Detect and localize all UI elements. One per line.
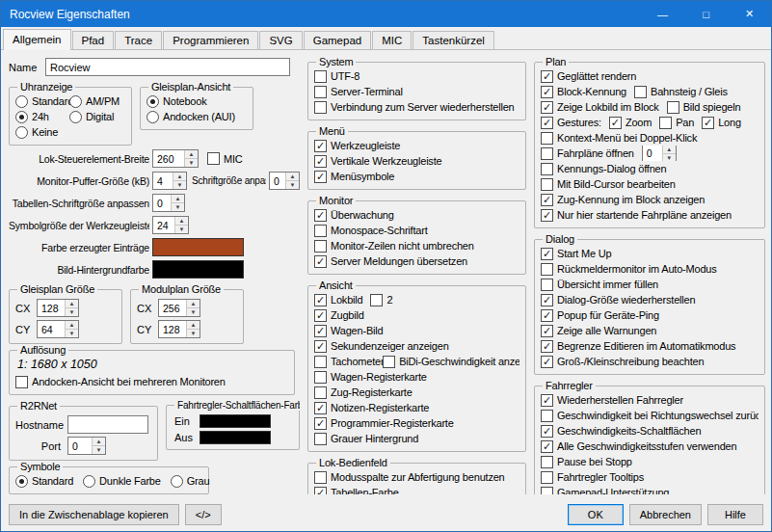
checkbox-modusspalte-zur-abfertigung-benutzen[interactable]: Modusspalte zur Abfertigung benutzen xyxy=(314,471,505,484)
checkbox-tachometer[interactable]: Tachometer xyxy=(314,356,375,368)
checkbox-sekundenzeiger-anzeigen[interactable]: ✓Sekundenzeiger anzeigen xyxy=(314,340,449,353)
checkbox-box[interactable] xyxy=(541,279,553,291)
radio-standard[interactable]: Standard xyxy=(15,93,69,109)
checkbox-mic[interactable]: MIC xyxy=(207,152,243,165)
radio-circle[interactable] xyxy=(69,111,82,123)
checkbox-box[interactable]: ✓ xyxy=(541,440,553,453)
checkbox-zeige-lokbild-im-block[interactable]: ✓Zeige Lokbild im Block xyxy=(541,101,659,114)
checkbox-box[interactable] xyxy=(541,178,553,191)
checkbox-box[interactable] xyxy=(314,356,327,368)
tab-trace[interactable]: Trace xyxy=(115,31,162,50)
checkbox-monospace-schriftart[interactable]: Monospace-Schriftart xyxy=(314,225,428,237)
checkbox-box[interactable]: ✓ xyxy=(609,117,622,129)
checkbox-gamepad-unterst-tzung[interactable]: Gamepad-Unterstützung xyxy=(541,487,669,495)
spinner-up-button[interactable]: ▲ xyxy=(187,300,200,308)
cancel-button[interactable]: Abbrechen xyxy=(629,504,702,525)
checkbox-box[interactable] xyxy=(314,240,327,253)
tab-programmieren[interactable]: Programmieren xyxy=(163,31,258,50)
checkbox-box[interactable] xyxy=(383,356,395,368)
checkbox-notizen-registerkarte[interactable]: ✓Notizen-Registerkarte xyxy=(314,402,429,414)
checkbox-box[interactable]: ✓ xyxy=(702,117,714,129)
checkbox-box[interactable]: ✓ xyxy=(541,425,553,438)
checkbox-box[interactable]: ✓ xyxy=(541,340,553,353)
checkbox-box[interactable]: ✓ xyxy=(541,356,553,368)
spinner-down-button[interactable]: ▼ xyxy=(93,446,105,454)
checkbox-zoom[interactable]: ✓Zoom xyxy=(609,117,652,129)
spinner-up-button[interactable]: ▲ xyxy=(173,173,186,181)
radio-circle[interactable] xyxy=(83,475,95,488)
checkbox-dialog-gr-e-wiederherstellen[interactable]: ✓Dialog-Größe wiederherstellen xyxy=(541,294,695,306)
spinner-down-button[interactable]: ▼ xyxy=(187,330,200,337)
spinner-value[interactable]: 24 xyxy=(153,217,174,233)
checkbox-pan[interactable]: Pan xyxy=(659,117,694,129)
spinner-down-button[interactable]: ▼ xyxy=(175,226,188,233)
checkbox-box[interactable] xyxy=(15,376,28,388)
radio-24h[interactable]: 24h xyxy=(15,109,69,124)
generated-color-swatch[interactable] xyxy=(152,238,244,256)
spinner-down-button[interactable]: ▼ xyxy=(172,203,184,211)
hostname-input[interactable] xyxy=(67,415,148,434)
spinner-up-button[interactable]: ▲ xyxy=(187,321,200,330)
checkbox-block-kennung[interactable]: ✓Block-Kennung xyxy=(541,86,626,98)
checkbox-r-ckmeldermonitor-im-auto-modus[interactable]: Rückmeldermonitor im Auto-Modus xyxy=(541,263,717,276)
checkbox-utf-8[interactable]: UTF-8 xyxy=(314,70,359,83)
checkbox-mit-bild-cursor-bearbeiten[interactable]: Mit Bild-Cursor bearbeiten xyxy=(541,178,676,191)
spinner-down-button[interactable]: ▼ xyxy=(663,154,676,162)
checkbox-box[interactable]: ✓ xyxy=(541,209,553,222)
checkbox-box[interactable] xyxy=(541,163,553,175)
off-color-swatch[interactable] xyxy=(200,431,271,444)
spinner-value[interactable]: 0 xyxy=(643,146,662,161)
checkbox-alle-geschwindigkeitsstufen-verwenden[interactable]: ✓Alle Geschwindigkeitsstufen verwenden xyxy=(541,440,736,453)
checkbox-zeige-alle-warnungen[interactable]: ✓Zeige alle Warnungen xyxy=(541,325,656,337)
checkbox-vertikale-werkzeugleiste[interactable]: ✓Vertikale Werkzeugleiste xyxy=(314,155,441,168)
checkbox-geschwindigkeits-schaltfl-chen[interactable]: ✓Geschwindigkeits-Schaltflächen xyxy=(541,425,701,438)
spinner-value[interactable]: 0 xyxy=(153,195,171,211)
spinner-up-button[interactable]: ▲ xyxy=(663,146,676,154)
checkbox-box[interactable]: ✓ xyxy=(541,294,553,306)
radio-circle[interactable] xyxy=(15,475,28,488)
spinner-up-button[interactable]: ▲ xyxy=(66,300,78,308)
radio-circle[interactable] xyxy=(69,95,82,108)
checkbox-gegl-ttet-rendern[interactable]: ✓Geglättet rendern xyxy=(541,70,636,83)
radio-am-pm[interactable]: AM/PM xyxy=(69,93,125,109)
checkbox-box[interactable]: ✓ xyxy=(314,294,327,306)
radio-circle[interactable] xyxy=(15,95,28,108)
tab-pfad[interactable]: Pfad xyxy=(72,31,115,50)
checkbox-fahrpl-ne-ffnen[interactable]: Fahrpläne öffnen xyxy=(541,147,634,160)
radio-circle[interactable] xyxy=(146,95,159,108)
tab-tastenk-rzel[interactable]: Tastenkürzel xyxy=(413,31,494,50)
tab-mic[interactable]: MIC xyxy=(372,31,412,50)
checkbox-kontext-men-bei-doppel-klick[interactable]: Kontext-Menü bei Doppel-Klick xyxy=(541,132,697,145)
tab-gamepad[interactable]: Gamepad xyxy=(304,31,372,50)
image-bg-color-swatch[interactable] xyxy=(152,260,244,279)
checkbox-geschwindigkeit-bei-richtungswechsel-zur-cksetzen[interactable]: Geschwindigkeit bei Richtungswechsel zur… xyxy=(541,410,759,422)
radio-circle[interactable] xyxy=(171,475,183,488)
checkbox-wagen-bild[interactable]: ✓Wagen-Bild xyxy=(314,325,383,337)
checkbox-box[interactable] xyxy=(541,263,553,276)
radio-grau[interactable]: Grau xyxy=(171,473,210,489)
radio-circle[interactable] xyxy=(15,111,28,123)
ok-button[interactable]: OK xyxy=(568,504,624,525)
checkbox-box[interactable] xyxy=(634,86,647,98)
checkbox-box[interactable] xyxy=(541,132,553,145)
checkbox-box[interactable]: ✓ xyxy=(541,70,553,83)
checkbox-start-me-up[interactable]: ✓Start Me Up xyxy=(541,248,612,260)
checkbox-gro-kleinschreibung-beachten[interactable]: ✓Groß-/Kleinschreibung beachten xyxy=(541,356,704,368)
radio-digital[interactable]: Digital xyxy=(69,109,125,124)
close-button[interactable]: ✕ xyxy=(728,1,771,27)
radio-circle[interactable] xyxy=(146,111,159,123)
help-button[interactable]: Hilfe xyxy=(707,504,763,525)
checkbox-andocken-ansicht[interactable]: Andocken-Ansicht bei mehreren Monitoren xyxy=(15,376,226,388)
checkbox-box[interactable] xyxy=(370,294,383,306)
checkbox-zugbild[interactable]: ✓Zugbild xyxy=(314,309,364,322)
checkbox-box[interactable]: ✓ xyxy=(314,325,327,337)
radio-notebook[interactable]: Notebook xyxy=(146,93,247,109)
spinner-up-button[interactable]: ▲ xyxy=(286,173,299,181)
checkbox-box[interactable]: ✓ xyxy=(314,487,327,495)
checkbox-box[interactable] xyxy=(314,86,327,98)
checkbox-box[interactable] xyxy=(314,433,327,445)
checkbox-verbindung-zum-server-wiederherstellen[interactable]: Verbindung zum Server wiederherstellen xyxy=(314,101,515,114)
checkbox-lokbild[interactable]: ✓Lokbild xyxy=(314,294,362,306)
maximize-button[interactable]: □ xyxy=(684,1,728,27)
checkbox-men-symbole[interactable]: ✓Menüsymbole xyxy=(314,171,394,183)
